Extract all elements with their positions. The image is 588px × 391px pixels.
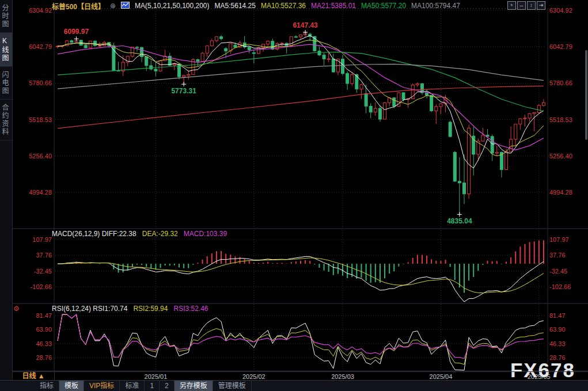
ma21-value: MA21:5385.01 [311,2,356,10]
ma10-value: MA10:5527.36 [261,2,306,10]
extreme-cross-marker [181,82,186,86]
ma21-line [58,44,544,150]
macd-histogram [58,240,544,293]
zoom-x-axis-icon[interactable]: ↔ [517,1,526,10]
sidebar-item-lightning-chart[interactable]: 闪电图 [0,67,12,100]
sidebar-item-contract-info[interactable]: 合约资料 [0,100,12,141]
candlestick-series [56,32,545,214]
toolbar-item-slot-1[interactable]: 1 [145,381,160,391]
reset-view-icon[interactable]: ⇥ [537,1,545,10]
period-arrow-icon: ▲ [38,372,45,380]
rsi2-line [58,314,544,365]
toolbar-item-manage-templates[interactable]: 管理模板 [213,381,252,391]
mini-chart-icon [121,2,130,10]
sidebar-item-time-chart[interactable]: 分时图 [0,0,12,33]
right-scrollbar-thumb[interactable] [585,50,587,140]
link-icon[interactable]: ⊕ [110,2,116,10]
ma200-line [58,86,544,128]
chart-type-sidebar: 分时图 K线图 闪电图 合约资料 [0,0,13,381]
rsi-settings-gear-icon[interactable]: ⚙ [13,305,20,313]
symbol-title: 标普500【日线】 [52,1,105,11]
sidebar-item-kline-chart[interactable]: K线图 [0,33,12,67]
x-axis-row: 日线 ▲ [12,371,588,381]
toolbar-item-standard[interactable]: 标准 [120,381,145,391]
chart-canvas[interactable] [0,0,588,391]
toolbar-item-slot-2[interactable]: 2 [160,381,174,391]
macd-title-diff: MACD(26,12,9) DIFF:22.38 [52,230,136,238]
ma50-value: MA50:5577.20 [361,2,406,10]
pan-tool-icon[interactable]: + [507,1,516,10]
toolbar-item-indicators[interactable]: 指标 [35,381,59,391]
rsi-panel-header: RSI(6,12,24) RSI1:70.74 RSI2:59.94 RSI3:… [52,305,208,313]
chart-header: 标普500【日线】 ⊕ MA(5,10,21,50,100,200) MA5:5… [13,0,588,12]
ma10-line [58,40,544,156]
rsi3-value: RSI3:52.46 [173,305,208,313]
macd-panel-header: MACD(26,12,9) DIFF:22.38 DEA:-29.32 MACD… [52,230,227,238]
rsi1-line [58,314,544,370]
ma5-value: MA5:5614.25 [215,2,256,10]
toolbar-item-vip-indicators[interactable]: VIP指标 [84,381,120,391]
period-selector[interactable]: 日线 ▲ [13,372,55,381]
macd-macd-value: MACD:103.39 [184,230,227,238]
rsi-title-rsi1: RSI(6,12,24) RSI1:70.74 [52,305,127,313]
ma100-value: MA100:5794.47 [411,2,460,10]
bottom-toolbar: 指标 模板 VIP指标 标准 1 2 另存模板 管理模板 [0,380,588,391]
chart-tools: + ↔ ↕ ⇥ [507,1,545,10]
charting-app-window: 6304.926304.926042.796042.795780.665780.… [0,0,588,391]
macd-dea-value: DEA:-29.32 [142,230,178,238]
toolbar-item-templates[interactable]: 模板 [59,381,84,391]
toolbar-item-save-template[interactable]: 另存模板 [174,381,213,391]
extreme-cross-marker [457,212,462,217]
zoom-y-axis-icon[interactable]: ↕ [527,1,536,10]
ma-settings-label: MA(5,10,21,50,100,200) [135,2,209,10]
rsi2-value: RSI2:59.94 [133,305,168,313]
